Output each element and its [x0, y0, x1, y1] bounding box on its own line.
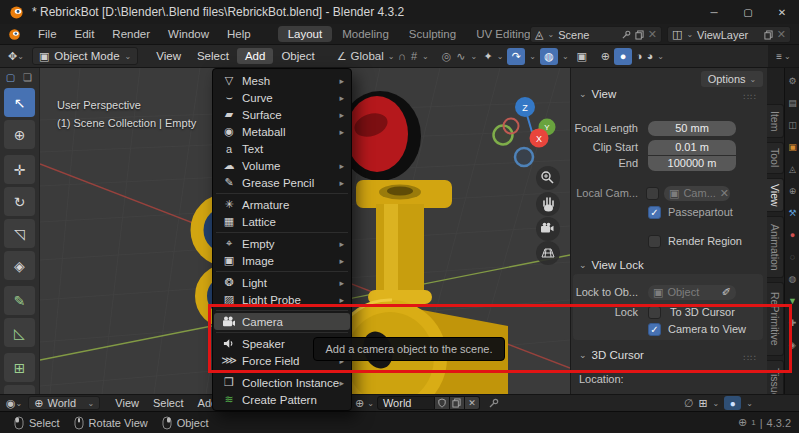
- scene-properties-icon[interactable]: ◬: [785, 164, 799, 174]
- menu-item-mesh[interactable]: ▽Mesh▸: [214, 72, 350, 89]
- move-tool[interactable]: ✛: [4, 155, 35, 184]
- options-button[interactable]: Options ⌄: [701, 71, 763, 87]
- menu-item-lattice[interactable]: ▦Lattice: [214, 213, 350, 230]
- tool-properties-icon[interactable]: ⚙: [785, 76, 799, 86]
- render-region-row[interactable]: Render Region: [648, 233, 742, 249]
- pin-icon[interactable]: [489, 398, 499, 408]
- tab-animation[interactable]: Animation: [767, 216, 784, 278]
- drag-grip-icon[interactable]: ∷∷: [744, 92, 757, 102]
- proportional-edit-icon[interactable]: ◎: [442, 50, 452, 63]
- physics-properties-icon[interactable]: ◍: [785, 274, 799, 284]
- viewport-menu-view[interactable]: View: [148, 48, 189, 64]
- workspace-tab-modeling[interactable]: Modeling: [332, 26, 399, 42]
- render-region-checkbox[interactable]: [648, 235, 661, 248]
- workspace-tab-layout[interactable]: Layout: [278, 26, 333, 42]
- menu-edit[interactable]: Edit: [66, 26, 104, 42]
- viewport-menu-object[interactable]: Object: [273, 48, 322, 64]
- close-button[interactable]: ✕: [765, 0, 799, 24]
- menu-file[interactable]: File: [29, 26, 66, 42]
- texture-properties-icon[interactable]: ◈: [785, 340, 799, 350]
- annotate-tool[interactable]: ✎: [4, 286, 35, 315]
- world-name-value[interactable]: World: [377, 396, 435, 410]
- tab-reprimitive[interactable]: RePrimitive: [767, 282, 784, 356]
- grid-snap-icon[interactable]: ⊞: [698, 397, 707, 410]
- cursor-tool[interactable]: ⊕: [4, 120, 35, 149]
- snap-node-icon[interactable]: ∅: [684, 397, 694, 410]
- menu-help[interactable]: Help: [218, 26, 260, 42]
- data-properties-icon[interactable]: ▼: [785, 296, 799, 306]
- to-3d-cursor-checkbox[interactable]: [648, 306, 661, 319]
- editor-type-icon[interactable]: ✥: [8, 50, 17, 63]
- preview-sphere-icon[interactable]: ●: [724, 396, 741, 410]
- local-camera-checkbox[interactable]: [646, 187, 659, 200]
- focal-length-field[interactable]: 50 mm: [648, 121, 736, 136]
- rotate-tool[interactable]: ↻: [4, 187, 35, 216]
- show-gizmo-toggle[interactable]: ↷: [507, 48, 525, 65]
- box-mode-icon[interactable]: ❏: [20, 70, 35, 85]
- local-camera-field[interactable]: ▣ Cam... ✕: [664, 186, 730, 201]
- clear-icon[interactable]: ✕: [720, 187, 729, 200]
- passepartout-row[interactable]: ✓ Passepartout: [648, 204, 733, 220]
- menu-item-surface[interactable]: ▰Surface▸: [214, 106, 350, 123]
- camera-to-view-row[interactable]: ✓ Camera to View: [648, 321, 746, 337]
- unlink-icon[interactable]: ✕: [465, 396, 480, 410]
- eyedropper-icon[interactable]: ✐: [722, 286, 731, 299]
- view-lock-section-header[interactable]: ⌄ View Lock: [579, 259, 644, 271]
- output-properties-icon[interactable]: ◫: [785, 120, 799, 130]
- editor-menu-view[interactable]: View: [108, 397, 146, 409]
- copy-icon[interactable]: [635, 30, 644, 40]
- copy-icon[interactable]: [450, 396, 465, 410]
- menu-item-light[interactable]: ❂Light▸: [214, 274, 350, 291]
- tweak-mode-icon[interactable]: ▢: [3, 70, 18, 85]
- viewport-menu-select[interactable]: Select: [189, 48, 237, 64]
- minimize-button[interactable]: ─: [697, 0, 731, 24]
- selectability-icon[interactable]: ✦: [483, 50, 492, 63]
- transform-tool[interactable]: ◈: [4, 251, 35, 280]
- maximize-button[interactable]: ▢: [731, 0, 765, 24]
- constraints-properties-icon[interactable]: ✚: [785, 318, 799, 328]
- object-properties-icon[interactable]: ▣: [785, 142, 799, 152]
- menu-item-metaball[interactable]: ◉Metaball▸: [214, 123, 350, 140]
- menu-item-camera[interactable]: Camera: [214, 313, 350, 330]
- menu-render[interactable]: Render: [103, 26, 159, 42]
- shading-rendered-icon[interactable]: ◕: [647, 50, 654, 62]
- add-primitive-tool[interactable]: ⊞: [4, 353, 35, 382]
- workspace-tab-sculpting[interactable]: Sculpting: [399, 26, 466, 42]
- menu-item-image[interactable]: ▣Image▸: [214, 252, 350, 269]
- view-layer-selector[interactable]: ◫ ⌄ ViewLayer ✕: [667, 26, 791, 43]
- modifier-properties-icon[interactable]: ⚒: [785, 208, 799, 218]
- particles-properties-icon[interactable]: ◌: [785, 252, 799, 262]
- shader-editor-type-icon[interactable]: ◉: [6, 397, 16, 410]
- tab-item[interactable]: Item: [767, 104, 784, 138]
- tab-view[interactable]: View: [767, 178, 784, 212]
- shading-material-icon[interactable]: ◑: [636, 50, 643, 62]
- falloff-icon[interactable]: ∿: [456, 50, 465, 63]
- select-box-tool[interactable]: ↖: [4, 88, 35, 117]
- menu-item-create-pattern[interactable]: ≋Create Pattern: [214, 391, 350, 408]
- snap-magnet-icon[interactable]: ∩: [398, 50, 406, 62]
- menu-item-text[interactable]: aText: [214, 140, 350, 157]
- menu-window[interactable]: Window: [159, 26, 218, 42]
- clip-end-field[interactable]: 100000 m: [648, 156, 736, 171]
- menu-item-volume[interactable]: ☁Volume▸: [214, 157, 350, 174]
- drag-grip-icon[interactable]: ∷∷: [744, 353, 757, 363]
- mode-selector[interactable]: ▣ Object Mode ⌄: [32, 47, 138, 65]
- shading-solid-icon[interactable]: ●: [614, 48, 632, 65]
- xray-toggle[interactable]: ▣: [573, 48, 591, 65]
- lock-to-object-field[interactable]: ▣ Object ✐: [648, 285, 736, 300]
- show-overlays-toggle[interactable]: ◍: [540, 48, 558, 65]
- viewport-menu-add[interactable]: Add: [237, 48, 273, 64]
- viewport-nav-buttons[interactable]: [536, 166, 560, 265]
- scene-selector[interactable]: ◬ ⌄ Scene ✕: [530, 26, 662, 43]
- material-properties-icon[interactable]: ●: [785, 230, 799, 240]
- blender-menu-icon[interactable]: [8, 28, 21, 41]
- fake-user-shield-icon[interactable]: [435, 396, 450, 410]
- scale-tool[interactable]: ◹: [4, 219, 35, 248]
- world-data-icon[interactable]: ⊕: [355, 397, 364, 410]
- menu-item-light-probe[interactable]: ▨Light Probe▸: [214, 291, 350, 308]
- 3d-cursor-section-header[interactable]: ⌄ 3D Cursor: [579, 349, 644, 361]
- world-name-widget[interactable]: World ✕: [377, 396, 480, 410]
- transform-orientation-selector[interactable]: ∠ Global ⌄: [337, 50, 395, 63]
- menu-item-collection-instance[interactable]: ❒Collection Instance▸: [214, 374, 350, 391]
- properties-editor-header[interactable]: ≡ ⌄: [768, 45, 799, 68]
